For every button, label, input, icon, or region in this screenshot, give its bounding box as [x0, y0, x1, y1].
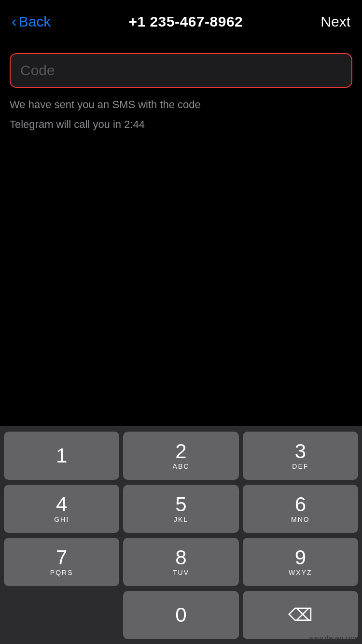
key-5[interactable]: 5 JKL	[123, 485, 238, 533]
key-backspace[interactable]: ⌫	[243, 591, 358, 639]
phone-number-title: +1 235-467-8962	[128, 14, 243, 30]
sms-sent-message: We have sent you an SMS with the code	[10, 97, 352, 112]
key-9[interactable]: 9 WXYZ	[243, 538, 358, 586]
backspace-icon: ⌫	[288, 605, 313, 625]
next-button[interactable]: Next	[320, 14, 350, 30]
key-0[interactable]: 0	[123, 591, 238, 639]
keyboard-row-4: 0 ⌫	[4, 591, 358, 639]
watermark: www.dauaq.com	[308, 634, 358, 642]
call-timer-message: Telegram will call you in 2:44	[10, 116, 352, 132]
key-2[interactable]: 2 ABC	[123, 432, 238, 480]
code-input[interactable]	[11, 54, 351, 87]
key-7[interactable]: 7 PQRS	[4, 538, 119, 586]
chevron-left-icon: ‹	[12, 14, 17, 29]
navigation-bar: ‹ Back +1 235-467-8962 Next	[0, 0, 362, 42]
numeric-keyboard: 1 2 ABC 3 DEF 4 GHI 5 JKL 6 MNO 7 PQRS 8	[0, 426, 362, 644]
keyboard-row-1: 1 2 ABC 3 DEF	[4, 432, 358, 480]
code-input-wrapper[interactable]	[10, 53, 352, 88]
key-4[interactable]: 4 GHI	[4, 485, 119, 533]
keyboard-row-2: 4 GHI 5 JKL 6 MNO	[4, 485, 358, 533]
keyboard-row-3: 7 PQRS 8 TUV 9 WXYZ	[4, 538, 358, 586]
key-3[interactable]: 3 DEF	[243, 432, 358, 480]
key-8[interactable]: 8 TUV	[123, 538, 238, 586]
back-button[interactable]: ‹ Back	[12, 14, 51, 30]
key-empty	[4, 591, 119, 639]
back-label: Back	[19, 14, 51, 30]
key-6[interactable]: 6 MNO	[243, 485, 358, 533]
key-1[interactable]: 1	[4, 432, 119, 480]
